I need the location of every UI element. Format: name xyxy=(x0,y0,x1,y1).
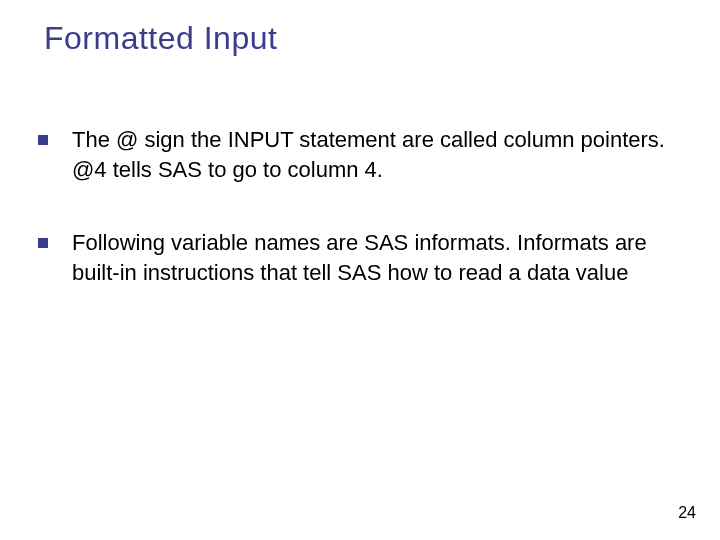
list-item: Following variable names are SAS informa… xyxy=(38,228,678,287)
slide-title: Formatted Input xyxy=(44,20,277,57)
slide: Formatted Input The @ sign the INPUT sta… xyxy=(0,0,720,540)
page-number: 24 xyxy=(678,504,696,522)
square-bullet-icon xyxy=(38,238,48,248)
list-item: The @ sign the INPUT statement are calle… xyxy=(38,125,678,184)
square-bullet-icon xyxy=(38,135,48,145)
slide-body: The @ sign the INPUT statement are calle… xyxy=(38,125,678,332)
bullet-text: Following variable names are SAS informa… xyxy=(72,228,678,287)
bullet-text: The @ sign the INPUT statement are calle… xyxy=(72,125,678,184)
